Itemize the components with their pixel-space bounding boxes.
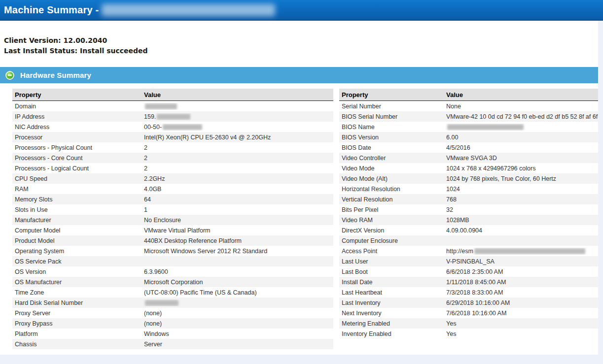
table-header-row: Property Value xyxy=(12,89,333,101)
property-cell: Product Model xyxy=(12,237,142,244)
table-row: Proxy Bypass(none) xyxy=(12,318,333,329)
value-text: 4/5/2016 xyxy=(446,144,470,151)
table-row: ChassisServer xyxy=(12,339,333,349)
last-install-status-line: Last Install Status: Install succeeded xyxy=(4,46,598,56)
property-cell: BIOS Version xyxy=(339,134,444,141)
value-text: 7/3/2018 8:33:00 AM xyxy=(446,289,503,296)
value-cell: 1024 xyxy=(444,186,598,193)
property-cell: Horizontal Resolution xyxy=(339,186,444,193)
value-cell: 440BX Desktop Reference Platform xyxy=(142,237,333,244)
property-cell: BIOS Date xyxy=(339,144,444,151)
client-version-value: 12.00.2040 xyxy=(64,36,107,44)
value-text: Yes xyxy=(446,320,456,327)
value-text: Microsoft Windows Server 2012 R2 Standar… xyxy=(144,248,267,255)
property-cell: BIOS Serial Number xyxy=(339,113,444,120)
table-row: NIC Address00-50- xyxy=(12,122,333,132)
value-cell: Intel(R) Xeon(R) CPU E5-2630 v4 @ 2.20GH… xyxy=(142,134,333,141)
table-row: Computer ModelVMware Virtual Platform xyxy=(12,225,333,235)
table-row: Last Inventory6/29/2018 10:16:00 AM xyxy=(339,298,598,308)
table-row: ManufacturerNo Enclosure xyxy=(12,215,333,225)
table-row: Product Model440BX Desktop Reference Pla… xyxy=(12,235,333,246)
table-row: Processors - Physical Count2 xyxy=(12,142,333,153)
property-cell: Video Mode (Alt) xyxy=(339,175,444,182)
value-text: 7/6/2018 10:16:00 AM xyxy=(446,310,506,317)
table-header-row: Property Value xyxy=(339,89,598,101)
value-cell: Microsoft Corporation xyxy=(142,279,333,286)
redacted-value xyxy=(145,103,177,109)
property-cell: Computer Model xyxy=(12,227,142,234)
hardware-table-right: Property Value Serial NumberNoneBIOS Ser… xyxy=(339,89,598,349)
value-cell: 7/6/2018 10:16:00 AM xyxy=(444,310,598,317)
property-cell: Processors - Core Count xyxy=(12,155,142,162)
client-version-line: Client Version: 12.00.2040 xyxy=(4,35,598,46)
table-row: Video Mode (Alt)1024 by 768 pixels, True… xyxy=(339,173,598,184)
value-cell: 7/3/2018 8:33:00 AM xyxy=(444,289,598,296)
value-cell: 159. xyxy=(142,113,333,120)
value-text: 64 xyxy=(144,196,151,203)
property-cell: Last Heartbeat xyxy=(339,289,444,296)
value-cell: 2 xyxy=(142,155,333,162)
property-column-header: Property xyxy=(339,91,444,99)
value-text: 1024 xyxy=(446,186,460,193)
property-cell: Processors - Physical Count xyxy=(12,144,142,151)
client-info: Client Version: 12.00.2040 Last Install … xyxy=(0,21,598,56)
value-cell: V-PSINGBAL_SA xyxy=(444,258,598,265)
value-text: 2 xyxy=(144,155,147,162)
property-cell: OS Manufacturer xyxy=(12,279,142,286)
value-text: Microsoft Corporation xyxy=(144,279,203,286)
value-cell xyxy=(142,299,333,306)
property-cell: DirectX Version xyxy=(339,227,444,234)
value-cell: 32 xyxy=(444,206,598,213)
value-cell: 1028MB xyxy=(444,217,598,224)
value-text: 6/29/2018 10:16:00 AM xyxy=(446,299,510,306)
table-row: PlatformWindows xyxy=(12,329,333,339)
redacted-value xyxy=(447,124,524,130)
collapse-minus-icon[interactable] xyxy=(5,71,14,80)
property-cell: CPU Speed xyxy=(12,175,142,182)
value-text: 1024 x 768 x 4294967296 colors xyxy=(446,165,535,172)
property-cell: Install Date xyxy=(339,279,444,286)
value-text: 4.0GB xyxy=(144,186,161,193)
value-cell: 4.09.00.0904 xyxy=(444,227,598,234)
property-cell: Processors - Logical Count xyxy=(12,165,142,172)
value-text: 1 xyxy=(144,206,147,213)
table-row: Operating SystemMicrosoft Windows Server… xyxy=(12,246,333,256)
property-cell: Video Mode xyxy=(339,165,444,172)
table-row: Inventory EnabledYes xyxy=(339,329,598,339)
value-text: 159. xyxy=(144,113,156,120)
table-row: IP Address159. xyxy=(12,111,333,122)
property-cell: Computer Enclosure xyxy=(339,237,444,244)
value-text: VMware-42 10 0d cd 72 94 f0 eb-ed d2 df … xyxy=(446,113,598,120)
property-cell: Memory Slots xyxy=(12,196,142,203)
table-row: Video Mode1024 x 768 x 4294967296 colors xyxy=(339,163,598,173)
client-version-label: Client Version: xyxy=(4,36,61,44)
value-cell: 64 xyxy=(142,196,333,203)
property-cell: Access Point xyxy=(339,248,444,255)
property-cell: Metering Enabled xyxy=(339,320,444,327)
value-text: 2 xyxy=(144,144,147,151)
table-row: Proxy Server(none) xyxy=(12,308,333,318)
property-cell: Video Controller xyxy=(339,155,444,162)
value-cell: (none) xyxy=(142,320,333,327)
table-row: Access Pointhttp://esm xyxy=(339,246,598,256)
value-text: VMware Virtual Platform xyxy=(144,227,211,234)
value-text: 1028MB xyxy=(446,217,469,224)
value-column-header: Value xyxy=(444,91,598,99)
value-cell: 6/6/2018 2:35:00 AM xyxy=(444,268,598,275)
value-text: V-PSINGBAL_SA xyxy=(446,258,495,265)
property-cell: Hard Disk Serial Number xyxy=(12,299,142,306)
table-row: ProcessorIntel(R) Xeon(R) CPU E5-2630 v4… xyxy=(12,132,333,142)
hardware-summary-header[interactable]: Hardware Summary xyxy=(0,67,598,83)
hardware-table-left: Property Value DomainIP Address159.NIC A… xyxy=(12,89,333,349)
content-area: Client Version: 12.00.2040 Last Install … xyxy=(0,21,598,355)
value-text: (none) xyxy=(144,320,162,327)
value-text: 6.00 xyxy=(446,134,458,141)
machine-name-redacted xyxy=(102,4,275,16)
property-cell: RAM xyxy=(12,186,142,193)
property-cell: Time Zone xyxy=(12,289,142,296)
value-cell: 4.0GB xyxy=(142,186,333,193)
table-row: Computer Enclosure xyxy=(339,235,598,246)
value-cell: VMware SVGA 3D xyxy=(444,155,598,162)
table-row: Video ControllerVMware SVGA 3D xyxy=(339,153,598,163)
table-row: Next Inventory7/6/2018 10:16:00 AM xyxy=(339,308,598,318)
